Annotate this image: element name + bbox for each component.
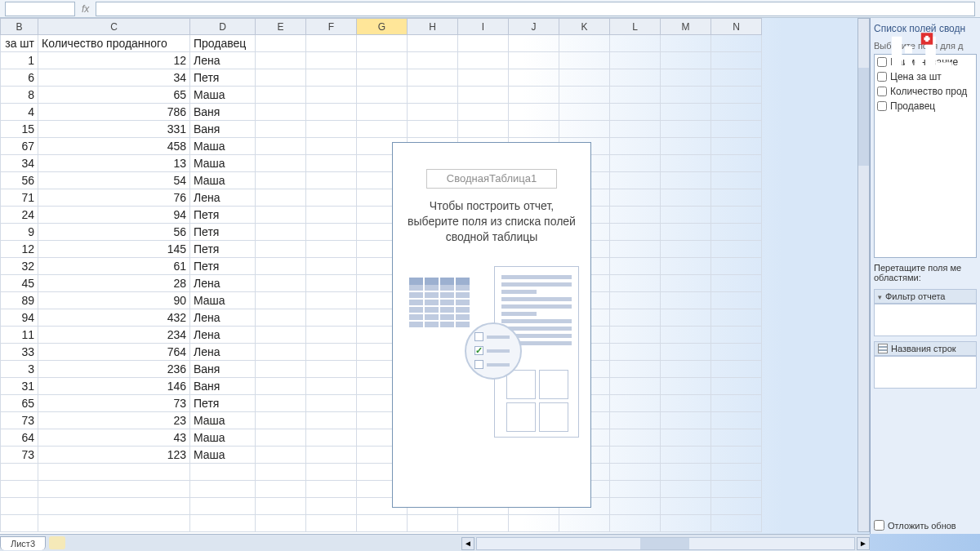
cell[interactable] <box>306 104 357 121</box>
cell[interactable] <box>306 481 357 498</box>
cell[interactable] <box>408 69 458 87</box>
header-cell[interactable] <box>711 35 762 52</box>
cell[interactable] <box>661 395 711 412</box>
header-cell[interactable] <box>661 35 711 52</box>
area-rows-dropzone[interactable] <box>874 356 977 389</box>
cell[interactable] <box>610 241 661 258</box>
cell[interactable]: Петя <box>190 241 256 258</box>
cell[interactable] <box>306 327 357 344</box>
cell[interactable] <box>408 515 458 532</box>
cell[interactable] <box>661 275 711 292</box>
horizontal-scrollbar[interactable]: ◄ ► <box>461 536 870 551</box>
cell[interactable]: 236 <box>38 361 190 378</box>
cell[interactable] <box>256 207 306 224</box>
cell[interactable] <box>306 309 357 327</box>
cell[interactable] <box>610 395 661 412</box>
cell[interactable] <box>458 69 509 87</box>
scroll-left-icon[interactable]: ◄ <box>461 537 474 550</box>
cell[interactable] <box>256 224 306 241</box>
cell[interactable]: 33 <box>1 344 38 361</box>
cell[interactable]: 71 <box>1 189 38 207</box>
cell[interactable] <box>711 104 762 121</box>
cell[interactable] <box>711 87 762 104</box>
cell[interactable] <box>661 138 711 155</box>
cell[interactable] <box>458 104 509 121</box>
cell[interactable] <box>711 224 762 241</box>
cell[interactable] <box>38 464 190 481</box>
cell[interactable] <box>357 69 408 87</box>
cell[interactable] <box>610 327 661 344</box>
cell[interactable] <box>509 87 559 104</box>
vertical-scrollbar[interactable] <box>858 18 870 532</box>
cell[interactable] <box>711 241 762 258</box>
cell[interactable] <box>661 87 711 104</box>
cell[interactable] <box>306 138 357 155</box>
cell[interactable]: Петя <box>190 69 256 87</box>
cell[interactable]: Ваня <box>190 121 256 138</box>
pivot-name-button[interactable]: СводнаяТаблица1 <box>426 169 557 189</box>
cell[interactable] <box>661 344 711 361</box>
cell[interactable] <box>661 258 711 275</box>
cell[interactable]: Лена <box>190 309 256 327</box>
column-header[interactable]: K <box>559 19 610 35</box>
cell[interactable]: Петя <box>190 395 256 412</box>
cell[interactable] <box>256 447 306 464</box>
cell[interactable]: 4 <box>1 104 38 121</box>
cell[interactable]: 67 <box>1 138 38 155</box>
cell[interactable] <box>306 447 357 464</box>
cell[interactable] <box>661 52 711 69</box>
cell[interactable] <box>256 378 306 395</box>
cell[interactable]: 65 <box>38 87 190 104</box>
cell[interactable] <box>256 481 306 498</box>
cell[interactable] <box>306 52 357 69</box>
cell[interactable] <box>256 292 306 309</box>
field-list-item[interactable]: Количество прод <box>875 84 976 99</box>
cell[interactable]: Петя <box>190 258 256 275</box>
cell[interactable] <box>610 87 661 104</box>
cell[interactable] <box>1 481 38 498</box>
cell[interactable] <box>1 515 38 532</box>
cell[interactable] <box>357 104 408 121</box>
header-cell[interactable] <box>306 35 357 52</box>
cell[interactable] <box>610 309 661 327</box>
header-cell[interactable] <box>509 35 559 52</box>
cell[interactable] <box>711 515 762 532</box>
cell[interactable] <box>559 69 610 87</box>
cell[interactable] <box>1 498 38 515</box>
column-header[interactable]: I <box>458 19 509 35</box>
cell[interactable] <box>408 52 458 69</box>
cell[interactable] <box>306 207 357 224</box>
cell[interactable] <box>256 515 306 532</box>
cell[interactable] <box>711 464 762 481</box>
cell[interactable] <box>559 87 610 104</box>
sheet-tab[interactable]: Лист3 <box>0 536 46 550</box>
cell[interactable] <box>661 292 711 309</box>
cell[interactable] <box>711 138 762 155</box>
cell[interactable] <box>306 189 357 207</box>
cell[interactable]: Маша <box>190 447 256 464</box>
column-header[interactable]: E <box>256 19 306 35</box>
cell[interactable]: 32 <box>1 258 38 275</box>
new-sheet-button[interactable] <box>49 536 65 549</box>
cell[interactable] <box>711 344 762 361</box>
cell[interactable] <box>661 69 711 87</box>
cell[interactable] <box>408 104 458 121</box>
cell[interactable] <box>610 361 661 378</box>
cell[interactable]: Лена <box>190 275 256 292</box>
cell[interactable] <box>610 104 661 121</box>
cell[interactable] <box>256 309 306 327</box>
cell[interactable] <box>711 207 762 224</box>
cell[interactable] <box>256 52 306 69</box>
cell[interactable] <box>661 481 711 498</box>
cell[interactable] <box>661 464 711 481</box>
cell[interactable] <box>306 224 357 241</box>
cell[interactable]: 28 <box>38 275 190 292</box>
cell[interactable]: 89 <box>1 292 38 309</box>
cell[interactable]: 458 <box>38 138 190 155</box>
cell[interactable] <box>357 515 408 532</box>
cell[interactable] <box>306 464 357 481</box>
cell[interactable] <box>256 138 306 155</box>
cell[interactable]: 146 <box>38 378 190 395</box>
column-header[interactable]: H <box>408 19 458 35</box>
defer-update[interactable]: Отложить обнов <box>874 520 956 531</box>
